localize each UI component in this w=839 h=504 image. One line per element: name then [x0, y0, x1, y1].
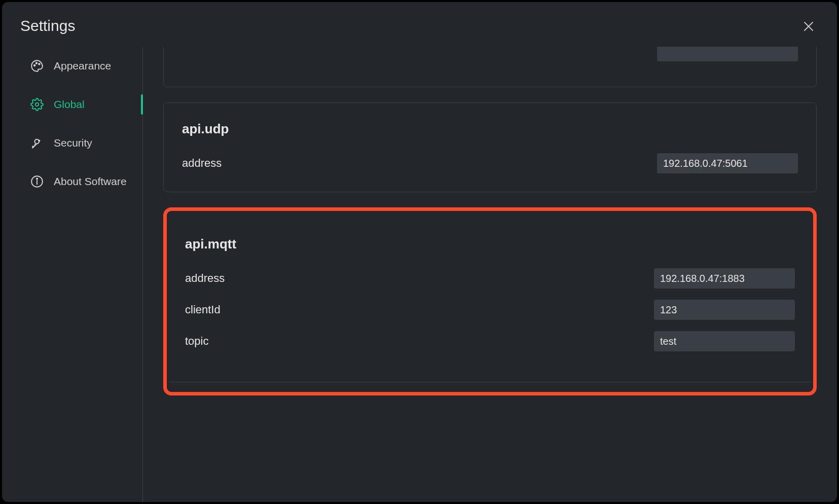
close-button[interactable]	[802, 20, 817, 34]
partial-input[interactable]	[657, 47, 798, 61]
sidebar-item-security[interactable]: Security	[30, 124, 142, 162]
svg-point-4	[39, 63, 40, 65]
sidebar-item-label: Security	[54, 137, 92, 149]
settings-card-udp: api.udp address	[163, 102, 817, 192]
svg-point-9	[37, 178, 38, 179]
page-title: Settings	[2, 2, 837, 47]
row-mqtt-clientid: clientId	[185, 300, 795, 320]
label-mqtt-address: address	[185, 272, 225, 285]
settings-sidebar: Appearance Global Security About Softwar…	[2, 47, 143, 502]
input-udp-address[interactable]	[657, 153, 798, 173]
settings-window: Settings Appearance Global	[2, 2, 837, 502]
label-mqtt-clientid: clientId	[185, 303, 221, 316]
svg-point-3	[36, 62, 38, 64]
key-icon	[30, 136, 44, 150]
input-mqtt-clientid[interactable]	[654, 300, 795, 320]
label-udp-address: address	[182, 157, 222, 170]
close-icon	[802, 20, 817, 32]
label-mqtt-topic: topic	[185, 335, 208, 348]
sidebar-item-global[interactable]: Global	[30, 85, 142, 124]
info-icon	[30, 175, 44, 188]
palette-icon	[30, 59, 44, 73]
sidebar-item-label: Appearance	[54, 60, 111, 72]
row-udp-address: address	[182, 153, 798, 173]
row-mqtt-address: address	[185, 268, 795, 289]
input-mqtt-address[interactable]	[654, 268, 795, 289]
svg-point-6	[39, 140, 40, 141]
settings-card-mqtt: api.mqtt address clientId topic	[167, 211, 813, 382]
sidebar-item-about[interactable]: About Software	[30, 162, 142, 201]
gear-icon	[30, 98, 44, 111]
card-divider	[169, 382, 811, 392]
sidebar-item-appearance[interactable]: Appearance	[30, 47, 142, 85]
sidebar-item-label: About Software	[54, 175, 127, 188]
settings-body: Appearance Global Security About Softwar…	[2, 47, 837, 502]
highlight-annotation: api.mqtt address clientId topic	[163, 207, 817, 395]
settings-card-partial	[163, 47, 817, 87]
sidebar-item-label: Global	[54, 98, 85, 111]
settings-content: api.udp address api.mqtt address clientI…	[143, 47, 837, 502]
card-title-mqtt: api.mqtt	[185, 236, 795, 252]
card-title-udp: api.udp	[182, 121, 798, 137]
svg-point-5	[35, 103, 39, 106]
row-mqtt-topic: topic	[185, 331, 795, 351]
svg-point-2	[34, 65, 35, 66]
input-mqtt-topic[interactable]	[654, 331, 795, 351]
